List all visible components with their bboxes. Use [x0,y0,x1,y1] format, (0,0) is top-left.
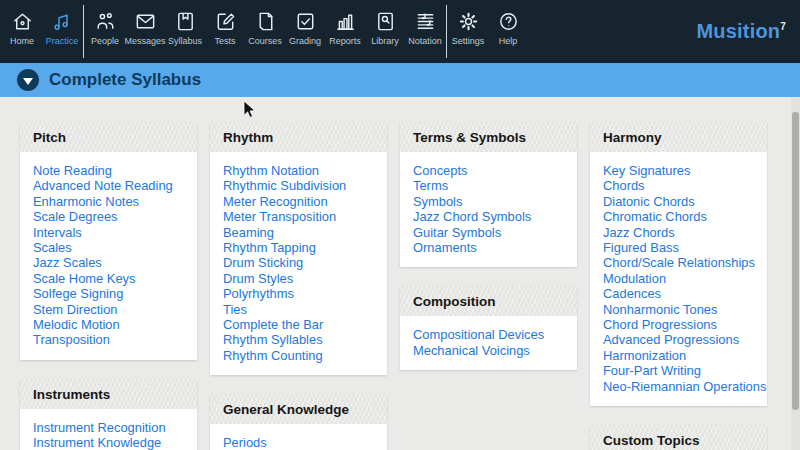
syllabus-topic-link-guitar-symbols[interactable]: Guitar Symbols [413,225,564,240]
syllabus-column-3: Terms & SymbolsConceptsTermsSymbolsJazz … [400,122,577,450]
syllabus-topic-link-harmonization[interactable]: Harmonization [603,348,754,363]
nav-item-library[interactable]: Library [365,0,405,63]
nav-item-settings[interactable]: Settings [448,0,488,63]
syllabus-topic-link-beaming[interactable]: Beaming [223,225,374,240]
syllabus-topic-link-compositional-devices[interactable]: Compositional Devices [413,327,564,342]
checkbox-icon [294,10,317,33]
app-logo-version: 7 [780,21,786,32]
vertical-scrollbar[interactable] [791,97,800,450]
syllabus-topic-link-instrument-recognition[interactable]: Instrument Recognition [33,420,184,435]
nav-item-messages[interactable]: Messages [125,0,165,63]
syllabus-topic-link-figured-bass[interactable]: Figured Bass [603,240,754,255]
syllabus-topic-link-rhythm-notation[interactable]: Rhythm Notation [223,163,374,178]
syllabus-topic-link-chromatic-chords[interactable]: Chromatic Chords [603,209,754,224]
nav-item-syllabus[interactable]: Syllabus [165,0,205,63]
syllabus-topic-link-ties[interactable]: Ties [223,302,374,317]
category-card-rhythm: RhythmRhythm NotationRhythmic Subdivisio… [210,122,387,375]
syllabus-topic-link-symbols[interactable]: Symbols [413,194,564,209]
nav-item-label: Grading [289,36,321,46]
syllabus-topic-link-enharmonic-notes[interactable]: Enharmonic Notes [33,194,184,209]
scrollbar-thumb[interactable] [792,112,799,410]
category-body: Instrument RecognitionInstrument Knowled… [20,409,197,450]
syllabus-topic-link-cadences[interactable]: Cadences [603,286,754,301]
nav-item-people[interactable]: People [85,0,125,63]
collapse-syllabus-button[interactable] [17,69,39,91]
syllabus-topic-link-stem-direction[interactable]: Stem Direction [33,302,184,317]
syllabus-topic-link-meter-transposition[interactable]: Meter Transposition [223,209,374,224]
syllabus-topic-link-jazz-chords[interactable]: Jazz Chords [603,225,754,240]
category-card-general-knowledge: General KnowledgePeriods [210,394,387,450]
syllabus-topic-link-chord-scale-relationships[interactable]: Chord/Scale Relationships [603,255,754,270]
syllabus-topic-link-diatonic-chords[interactable]: Diatonic Chords [603,194,754,209]
syllabus-topic-link-neo-riemannian-operations[interactable]: Neo-Riemannian Operations [603,379,754,394]
nav-item-reports[interactable]: Reports [325,0,365,63]
nav-item-courses[interactable]: Courses [245,0,285,63]
book-icon [254,10,277,33]
nav-item-label: Syllabus [168,36,202,46]
syllabus-topic-link-rhythm-syllables[interactable]: Rhythm Syllables [223,332,374,347]
syllabus-topic-link-transposition[interactable]: Transposition [33,332,184,347]
syllabus-topic-link-advanced-progressions[interactable]: Advanced Progressions [603,332,754,347]
syllabus-topic-link-terms[interactable]: Terms [413,178,564,193]
syllabus-topic-link-nonharmonic-tones[interactable]: Nonharmonic Tones [603,302,754,317]
syllabus-header-bar: Complete Syllabus [0,63,800,97]
app-logo-text: Musition [696,20,780,42]
category-header-custom-topics: Custom Topics [590,425,767,450]
nav-item-label: Notation [408,36,442,46]
syllabus-topic-link-advanced-note-reading[interactable]: Advanced Note Reading [33,178,184,193]
nav-item-help[interactable]: Help [488,0,528,63]
syllabus-topic-link-rhythm-counting[interactable]: Rhythm Counting [223,348,374,363]
syllabus-topic-link-jazz-scales[interactable]: Jazz Scales [33,255,184,270]
syllabus-topic-link-scales[interactable]: Scales [33,240,184,255]
syllabus-topic-link-note-reading[interactable]: Note Reading [33,163,184,178]
syllabus-topic-link-four-part-writing[interactable]: Four-Part Writing [603,363,754,378]
nav-item-label: Courses [248,36,282,46]
syllabus-topic-link-rhythmic-subdivision[interactable]: Rhythmic Subdivision [223,178,374,193]
category-header-pitch: Pitch [20,122,197,152]
nav-item-notation[interactable]: Notation [405,0,445,63]
category-body: Key SignaturesChordsDiatonic ChordsChrom… [590,152,767,406]
navbar-divider [446,5,447,58]
gear-icon [457,10,480,33]
syllabus-topic-link-solfege-signing[interactable]: Solfege Signing [33,286,184,301]
syllabus-topic-link-chord-progressions[interactable]: Chord Progressions [603,317,754,332]
category-card-instruments: InstrumentsInstrument RecognitionInstrum… [20,379,197,450]
syllabus-topic-link-drum-styles[interactable]: Drum Styles [223,271,374,286]
category-body: Rhythm NotationRhythmic SubdivisionMeter… [210,152,387,375]
syllabus-topic-link-jazz-chord-symbols[interactable]: Jazz Chord Symbols [413,209,564,224]
nav-item-label: People [91,36,119,46]
category-body: Periods [210,424,387,450]
syllabus-topic-link-scale-degrees[interactable]: Scale Degrees [33,209,184,224]
syllabus-topic-link-melodic-motion[interactable]: Melodic Motion [33,317,184,332]
syllabus-topic-link-scale-home-keys[interactable]: Scale Home Keys [33,271,184,286]
syllabus-topic-link-meter-recognition[interactable]: Meter Recognition [223,194,374,209]
syllabus-topic-link-mechanical-voicings[interactable]: Mechanical Voicings [413,343,564,358]
syllabus-topic-link-periods[interactable]: Periods [223,435,374,450]
syllabus-topic-link-intervals[interactable]: Intervals [33,225,184,240]
nav-item-label: Help [499,36,518,46]
book-search-icon [374,10,397,33]
music-staff-icon [414,10,437,33]
nav-item-tests[interactable]: Tests [205,0,245,63]
nav-item-home[interactable]: Home [2,0,42,63]
nav-item-grading[interactable]: Grading [285,0,325,63]
book-bookmark-icon [174,10,197,33]
question-circle-icon [497,10,520,33]
syllabus-topic-link-concepts[interactable]: Concepts [413,163,564,178]
category-card-composition: CompositionCompositional DevicesMechanic… [400,286,577,370]
pencil-square-icon [214,10,237,33]
syllabus-column-4: HarmonyKey SignaturesChordsDiatonic Chor… [590,122,767,450]
category-card-harmony: HarmonyKey SignaturesChordsDiatonic Chor… [590,122,767,406]
nav-item-practice[interactable]: Practice [42,0,82,63]
syllabus-topic-link-modulation[interactable]: Modulation [603,271,754,286]
syllabus-topic-link-chords[interactable]: Chords [603,178,754,193]
syllabus-topic-link-key-signatures[interactable]: Key Signatures [603,163,754,178]
syllabus-topic-link-ornaments[interactable]: Ornaments [413,240,564,255]
nav-item-label: Home [10,36,34,46]
app-logo: Musition7 [696,20,800,43]
syllabus-topic-link-drum-sticking[interactable]: Drum Sticking [223,255,374,270]
syllabus-topic-link-complete-the-bar[interactable]: Complete the Bar [223,317,374,332]
syllabus-topic-link-polyrhythms[interactable]: Polyrhythms [223,286,374,301]
syllabus-topic-link-rhythm-tapping[interactable]: Rhythm Tapping [223,240,374,255]
syllabus-topic-link-instrument-knowledge[interactable]: Instrument Knowledge [33,435,184,450]
